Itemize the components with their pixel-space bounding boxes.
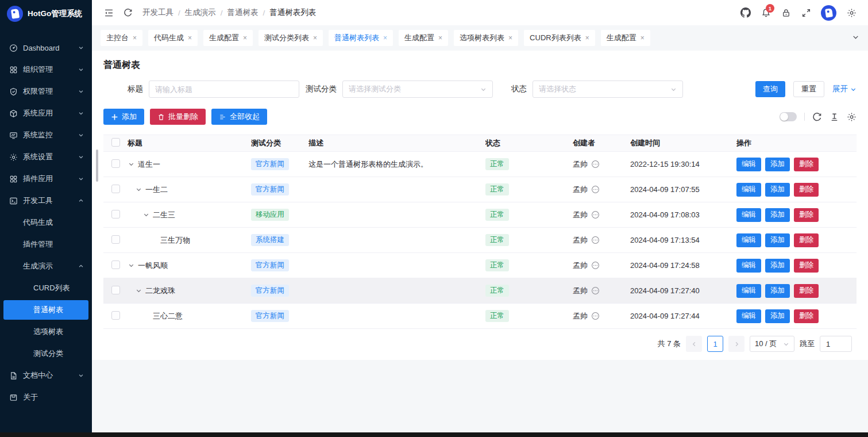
reload-table-icon[interactable] [812,112,822,122]
delete-button[interactable]: 删除 [794,259,819,273]
sidebar-item-gen-demo[interactable]: 生成演示 [0,255,92,277]
sidebar-item-settings[interactable]: 系统设置 [0,146,92,168]
tree-expand-chevron-icon[interactable] [128,262,135,269]
sidebar-item-dashboard[interactable]: Dashboard [0,37,92,59]
delete-button[interactable]: 删除 [794,183,819,197]
delete-button[interactable]: 删除 [794,208,819,222]
collapse-sidebar-icon[interactable] [103,7,114,18]
close-icon[interactable]: × [641,34,645,42]
select-all-checkbox[interactable] [111,138,120,147]
add-child-button[interactable]: 添加 [765,183,790,197]
sidebar-item-plugins[interactable]: 插件应用 [0,168,92,190]
tab-cudr-list[interactable]: CUDR列表列表× [524,30,595,46]
edit-button[interactable]: 编辑 [736,183,761,197]
add-child-button[interactable]: 添加 [765,259,790,273]
tab-options-chevron-icon[interactable] [852,33,859,43]
sidebar-item-system-app[interactable]: 系统应用 [0,102,92,124]
title-filter-input[interactable] [155,85,293,94]
edit-button[interactable]: 编辑 [736,284,761,298]
expand-filters-link[interactable]: 展开 [832,84,857,94]
status-filter-select[interactable]: 请选择状态 [533,80,683,98]
sidebar-item-permission[interactable]: 权限管理 [0,80,92,102]
creator-ellipsis-icon[interactable] [591,286,600,295]
delete-button[interactable]: 删除 [794,309,819,323]
close-icon[interactable]: × [508,34,512,42]
creator-ellipsis-icon[interactable] [591,261,600,270]
row-checkbox[interactable] [111,311,120,320]
sidebar-item-docs[interactable]: 文档中心 [0,365,92,386]
jump-to-input[interactable] [820,336,852,352]
page-number-button[interactable]: 1 [707,336,723,352]
tab-gen-config-2[interactable]: 生成配置× [399,30,448,46]
sidebar-item-option-tree[interactable]: 选项树表 [0,321,92,343]
sidebar-item-tree-table[interactable]: 普通树表 [3,300,88,320]
breadcrumb-item[interactable]: 普通树表 [227,7,259,18]
prev-page-button[interactable] [686,336,702,352]
row-checkbox[interactable] [111,286,120,294]
creator-ellipsis-icon[interactable] [591,185,600,194]
sidebar-item-monitor[interactable]: 系统监控 [0,124,92,146]
sidebar-item-about[interactable]: 关于 [0,386,92,408]
close-icon[interactable]: × [188,34,192,42]
reset-button[interactable]: 重置 [793,81,824,97]
column-settings-gear-icon[interactable] [847,112,857,122]
tab-tree-table-list[interactable]: 普通树表列表× [329,30,393,46]
add-child-button[interactable]: 添加 [765,284,790,298]
sidebar-item-test-category[interactable]: 测试分类 [0,343,92,365]
notifications-bell-icon[interactable]: 1 [761,7,771,18]
sidebar-item-devtools[interactable]: 开发工具 [0,190,92,212]
tab-option-tree-list[interactable]: 选项树表列表× [454,30,518,46]
close-icon[interactable]: × [313,34,317,42]
add-child-button[interactable]: 添加 [765,208,790,222]
edit-button[interactable]: 编辑 [736,309,761,323]
breadcrumb-item[interactable]: 生成演示 [185,7,216,18]
breadcrumb-item[interactable]: 开发工具 [142,7,173,18]
sidebar-item-org[interactable]: 组织管理 [0,59,92,80]
tab-test-category-list[interactable]: 测试分类列表× [259,30,323,46]
close-icon[interactable]: × [585,34,589,42]
search-button[interactable]: 查询 [755,81,785,97]
delete-button[interactable]: 删除 [794,233,819,247]
edit-button[interactable]: 编辑 [736,158,761,171]
github-icon[interactable] [740,7,751,18]
sidebar-item-plugin-manage[interactable]: 插件管理 [0,233,92,255]
tree-expand-chevron-icon[interactable] [142,211,150,218]
tab-gen-config-3[interactable]: 生成配置× [601,30,650,46]
row-height-icon[interactable] [830,112,839,122]
batch-delete-button[interactable]: 批量删除 [150,109,206,125]
fullscreen-icon[interactable] [801,7,811,18]
tab-console[interactable]: 主控台× [101,30,142,46]
close-icon[interactable]: × [243,34,247,42]
delete-button[interactable]: 删除 [794,284,819,298]
sidebar-item-code-gen[interactable]: 代码生成 [0,212,92,233]
lock-icon[interactable] [781,7,791,18]
creator-ellipsis-icon[interactable] [591,312,600,320]
close-icon[interactable]: × [133,34,137,42]
row-checkbox[interactable] [111,210,120,218]
edit-button[interactable]: 编辑 [736,233,761,247]
creator-ellipsis-icon[interactable] [591,236,600,244]
delete-button[interactable]: 删除 [794,158,819,171]
scrollbar-thumb[interactable] [96,150,98,182]
edit-button[interactable]: 编辑 [736,259,761,273]
close-icon[interactable]: × [383,34,387,42]
creator-ellipsis-icon[interactable] [591,210,600,219]
row-checkbox[interactable] [111,159,120,168]
app-logo[interactable]: HotGo管理系统 [0,1,92,26]
tree-expand-chevron-icon[interactable] [135,287,142,294]
sidebar-item-curd-list[interactable]: CURD列表 [0,277,92,299]
tree-expand-chevron-icon[interactable] [135,186,142,193]
row-checkbox[interactable] [111,235,120,244]
tab-gen-config-1[interactable]: 生成配置× [203,30,253,46]
edit-button[interactable]: 编辑 [736,208,761,222]
striped-toggle[interactable] [780,112,797,121]
refresh-icon[interactable] [123,7,133,18]
close-icon[interactable]: × [438,34,442,42]
collapse-all-button[interactable]: 全部收起 [211,109,267,125]
tree-expand-chevron-icon[interactable] [128,160,135,168]
row-checkbox[interactable] [111,185,120,193]
add-button[interactable]: 添加 [103,109,144,125]
category-filter-select[interactable]: 请选择测试分类 [342,80,493,98]
settings-gear-icon[interactable] [846,7,857,18]
tab-code-gen[interactable]: 代码生成× [148,30,198,46]
